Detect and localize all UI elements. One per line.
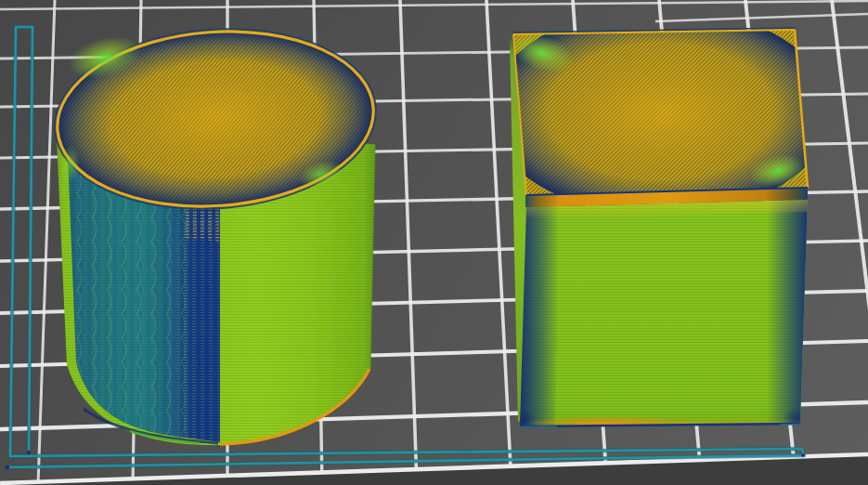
cube-bottom-teal-right bbox=[780, 425, 800, 426]
cube-model[interactable] bbox=[488, 7, 845, 431]
cylinder-rim-glow bbox=[61, 145, 80, 182]
gcode-preview-canvas[interactable] bbox=[0, 0, 868, 485]
skirt-endpoint bbox=[27, 451, 31, 454]
cube-top-overlays bbox=[488, 7, 832, 216]
cylinder-model[interactable] bbox=[49, 20, 385, 451]
cube-bottom-teal-left bbox=[520, 426, 557, 427]
cube-front-texture bbox=[511, 191, 845, 431]
skirt-endpoint bbox=[801, 453, 805, 457]
slicer-3d-viewport[interactable] bbox=[0, 0, 868, 485]
skirt-endpoint bbox=[6, 465, 9, 469]
